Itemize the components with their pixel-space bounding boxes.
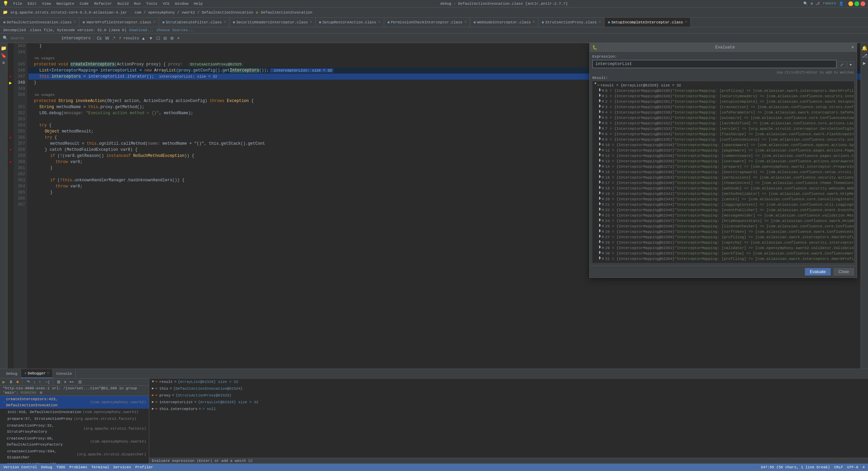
bookmark-icon[interactable]: 🔖: [1, 53, 7, 59]
eval-result-item[interactable]: ⊠28 = {InterceptorMapping@62351} "Interc…: [594, 240, 853, 245]
stack-frame-item[interactable]: createActionProxy:32, StrutsProxyFactory…: [0, 422, 149, 435]
eval-result-item[interactable]: ⊠12 = {InterceptorMapping@62338} "Interc…: [594, 153, 853, 159]
find-in-file-button[interactable]: ☐: [155, 36, 161, 41]
project-panel-icon[interactable]: 📁: [1, 45, 7, 51]
stop-button[interactable]: ■: [15, 379, 20, 385]
breakpoint-347[interactable]: ●: [7, 74, 14, 80]
eval-result-item[interactable]: ⊠27 = {InterceptorMapping@62350} "Interc…: [594, 234, 853, 240]
console-tab[interactable]: Console: [53, 369, 76, 378]
eval-result-item[interactable]: ⊠23 = {InterceptorMapping@62346} "Interc…: [594, 213, 853, 218]
threads-button[interactable]: ⊷: [68, 379, 75, 385]
frames-button[interactable]: ≡: [63, 379, 67, 385]
eval-history-icon[interactable]: ▾: [847, 61, 854, 68]
eval-result-item[interactable]: ⊠2 = {InterceptorMapping@62281} "Interce…: [594, 99, 853, 104]
menu-help[interactable]: Help: [192, 2, 205, 6]
eval-result-item[interactable]: ⊠24 = {InterceptorMapping@62347} "Interc…: [594, 218, 853, 224]
run-to-cursor-button[interactable]: →|: [43, 379, 50, 385]
variable-item[interactable]: ▶∞proxy = {StrutsActionProxy@62325}: [149, 392, 868, 399]
git-gutter-icon[interactable]: ⎇: [862, 53, 868, 59]
stack-frame-item[interactable]: createActionProxy:594, Dispatcher (org.a…: [0, 448, 149, 461]
breadcrumb-jar[interactable]: org.apache.struts.struts2-core-6.3.0-atl…: [11, 11, 127, 15]
eval-result-item[interactable]: ⊠7 = {InterceptorMapping@62333} "Interce…: [594, 126, 853, 131]
eval-result-item[interactable]: ⊠3 = {InterceptorMapping@62329} "Interce…: [594, 104, 853, 110]
choose-sources-link[interactable]: Choose Sources...: [157, 28, 195, 32]
var-expand-icon[interactable]: ▼: [152, 379, 154, 385]
var-expand-icon[interactable]: ▶: [152, 406, 154, 412]
prev-result-button[interactable]: ▲: [140, 36, 146, 41]
whole-word-button[interactable]: W: [104, 36, 110, 41]
filter-icon[interactable]: ⊟: [40, 391, 42, 395]
eval-result-item[interactable]: ⊠9 = {InterceptorMapping@62335} "Interce…: [594, 137, 853, 142]
var-expand-icon[interactable]: ▶: [152, 399, 154, 405]
breakpoint-356[interactable]: ●: [7, 135, 14, 141]
tab-strutsactionproxy[interactable]: StrutsActionProxy.class ×: [538, 18, 605, 27]
menu-window[interactable]: Window: [173, 2, 191, 6]
tab-permissioncheck[interactable]: PermissionCheckInterceptor.class ×: [384, 18, 470, 27]
debug-status[interactable]: Debug: [41, 465, 52, 469]
variable-item[interactable]: ▶∞this.interceptors = = null: [149, 406, 868, 412]
resume-button[interactable]: ▶: [1, 379, 6, 385]
debugger-tab[interactable]: ● Debugger ×: [21, 369, 53, 378]
problems-status[interactable]: Problems: [69, 465, 87, 469]
tab-xworkprofileinterceptor[interactable]: XWorkProfileInterceptor.class ×: [79, 18, 159, 27]
tab-securityheaders[interactable]: SecurityHeadersInterceptor.class ×: [230, 18, 316, 27]
stack-frame-item[interactable]: createActionProxy:60, DefaultActionProxy…: [0, 435, 149, 448]
eval-result-item[interactable]: ⊠26 = {InterceptorMapping@62349} "Interc…: [594, 229, 853, 234]
eval-expression-input[interactable]: [592, 60, 836, 68]
tab-close-icon[interactable]: ×: [153, 20, 155, 24]
filter-threads-button[interactable]: ⊟: [77, 379, 83, 385]
var-expand-icon[interactable]: ▶: [152, 386, 154, 392]
encoding-status[interactable]: UTF-8: [847, 465, 858, 469]
search-everywhere-icon[interactable]: 🔍: [803, 1, 808, 6]
eval-result-content[interactable]: ∞ result = {ArrayList@62326} size = 32 ⊠…: [592, 81, 854, 263]
tab-close-icon[interactable]: ×: [465, 20, 467, 24]
menu-tools[interactable]: Tools: [144, 2, 159, 6]
next-result-button[interactable]: ▼: [148, 36, 154, 41]
notifications-icon[interactable]: 🔔: [862, 45, 868, 51]
eval-result-item[interactable]: ⊠19 = {InterceptorMapping@62342} "Interc…: [594, 191, 853, 197]
tab-close-icon[interactable]: ×: [533, 20, 535, 24]
tab-close-icon[interactable]: ×: [599, 20, 601, 24]
regex-button[interactable]: .*: [112, 36, 116, 41]
tab-websudo[interactable]: WebSudoInterceptor.class ×: [470, 18, 538, 27]
eval-result-item[interactable]: ⊠31 = {InterceptorMapping@62354} "Interc…: [594, 256, 853, 262]
close-eval-button[interactable]: Close: [833, 268, 854, 275]
eval-result-item[interactable]: ⊠22 = {InterceptorMapping@62345} "Interc…: [594, 207, 853, 213]
stack-frame-item[interactable]: prepareActionProxy:679, Dispatcher (org.…: [0, 461, 149, 464]
eval-result-item[interactable]: ⊠5 = {InterceptorMapping@62331} "Interce…: [594, 115, 853, 121]
maximize-button[interactable]: [854, 1, 859, 6]
filter-button[interactable]: ⊟: [162, 36, 168, 41]
git-icon[interactable]: ⎇: [815, 1, 820, 6]
eval-result-item[interactable]: ⊠1 = {InterceptorMapping@62328} "Interce…: [594, 94, 853, 99]
menu-build[interactable]: Build: [115, 2, 131, 6]
download-link[interactable]: Download...: [129, 28, 154, 32]
eval-close-button[interactable]: ×: [851, 45, 854, 50]
eval-result-item[interactable]: ⊠29 = {InterceptorMapping@62352} "Interc…: [594, 245, 853, 251]
tab-close-icon[interactable]: ×: [74, 20, 76, 24]
debugger-tab-close[interactable]: ×: [47, 371, 49, 375]
version-control-status[interactable]: Version Control: [3, 465, 37, 469]
step-into-button[interactable]: ↓: [32, 379, 36, 385]
eval-expand-icon[interactable]: ⤢: [838, 61, 846, 68]
menu-edit[interactable]: Edit: [25, 2, 38, 6]
close-search-button[interactable]: ×: [176, 36, 181, 41]
eval-result-item[interactable]: ⊠15 = {InterceptorMapping@62340} "Interc…: [594, 169, 853, 175]
tab-close-icon[interactable]: ×: [378, 20, 380, 24]
eval-result-item[interactable]: ⊠4 = {InterceptorMapping@62330} "Interce…: [594, 110, 853, 115]
eval-result-item[interactable]: ⊠6 = {InterceptorMapping@62332} "Interce…: [594, 121, 853, 126]
tab-close-icon[interactable]: ×: [310, 20, 312, 24]
debug-tab-label[interactable]: Debug: [3, 369, 21, 378]
services-status[interactable]: Services: [113, 465, 131, 469]
eval-root-expand[interactable]: [594, 83, 596, 84]
var-expand-icon[interactable]: ▶: [152, 392, 154, 398]
step-over-button[interactable]: ↷: [25, 379, 31, 385]
breadcrumb-path[interactable]: com / opensymphony / xwork2 / DefaultAct…: [135, 11, 253, 15]
settings-icon[interactable]: ⚙: [811, 1, 813, 6]
eval-result-root[interactable]: ∞ result = {ArrayList@62326} size = 32: [594, 83, 853, 88]
menu-navigate[interactable]: Navigate: [54, 2, 76, 6]
variable-item[interactable]: ▶∞this = {DefaultActionInvocation@62324}: [149, 385, 868, 392]
eval-result-item[interactable]: ⊠21 = {InterceptorMapping@62344} "Interc…: [594, 202, 853, 207]
todo-status[interactable]: TODO: [56, 465, 65, 469]
structure-icon[interactable]: ≡: [1, 60, 7, 66]
profiler-status[interactable]: Profiler: [135, 465, 153, 469]
